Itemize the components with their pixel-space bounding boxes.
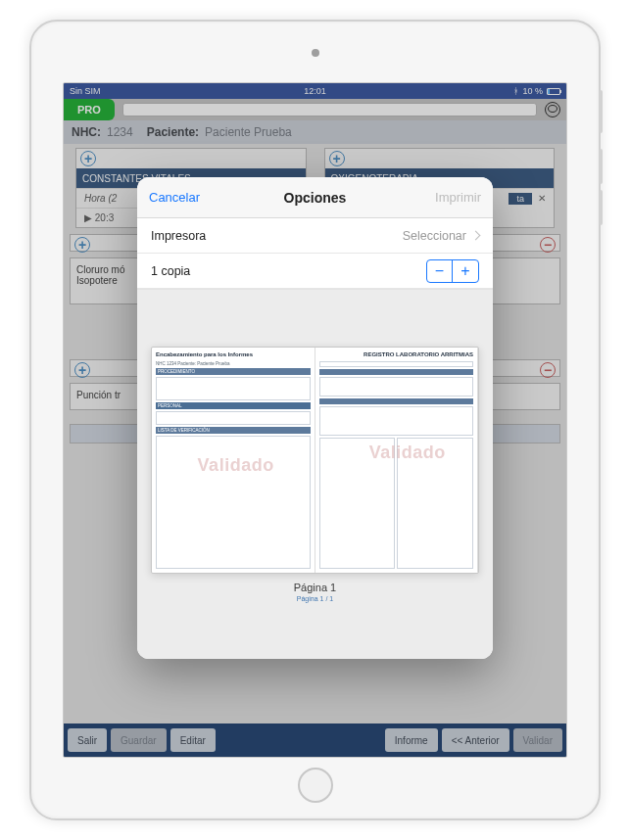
stepper-minus[interactable]: − xyxy=(427,260,453,282)
copies-stepper[interactable]: − + xyxy=(426,259,479,283)
preview-left-title: Encabezamiento para los Informes xyxy=(156,351,311,357)
print-preview[interactable]: Encabezamiento para los Informes NHC 123… xyxy=(137,290,493,659)
page-caption: Página 1 xyxy=(294,582,336,593)
sheet-title: Opciones xyxy=(284,190,347,206)
preview-page: Encabezamiento para los Informes NHC 123… xyxy=(151,347,479,573)
printer-value: Seleccionar xyxy=(403,229,466,243)
preview-personal: PERSONAL xyxy=(156,402,311,409)
home-button[interactable] xyxy=(298,768,333,803)
printer-label: Impresora xyxy=(151,229,206,243)
print-options-sheet: Cancelar Opciones Imprimir Impresora Sel… xyxy=(137,177,493,659)
page-footer: Página 1 / 1 xyxy=(297,595,333,602)
copies-row: 1 copia − + xyxy=(137,254,493,289)
copies-label: 1 copia xyxy=(151,264,190,278)
preview-left-patient: NHC 1234 Paciente: Paciente Prueba xyxy=(156,361,311,366)
print-button[interactable]: Imprimir xyxy=(435,190,481,205)
chevron-right-icon xyxy=(471,231,481,241)
preview-lista: LISTA DE VERIFICACIÓN xyxy=(156,427,311,434)
watermark: Validado xyxy=(369,443,446,463)
preview-right-title: REGISTRO LABORATORIO ARRITMIAS xyxy=(319,351,474,357)
cancel-button[interactable]: Cancelar xyxy=(149,190,200,205)
preview-proc: PROCEDIMIENTO xyxy=(156,368,311,375)
stepper-plus[interactable]: + xyxy=(453,260,478,282)
printer-row[interactable]: Impresora Seleccionar xyxy=(137,218,493,254)
sheet-header: Cancelar Opciones Imprimir xyxy=(137,177,493,218)
watermark: Validado xyxy=(198,455,274,476)
